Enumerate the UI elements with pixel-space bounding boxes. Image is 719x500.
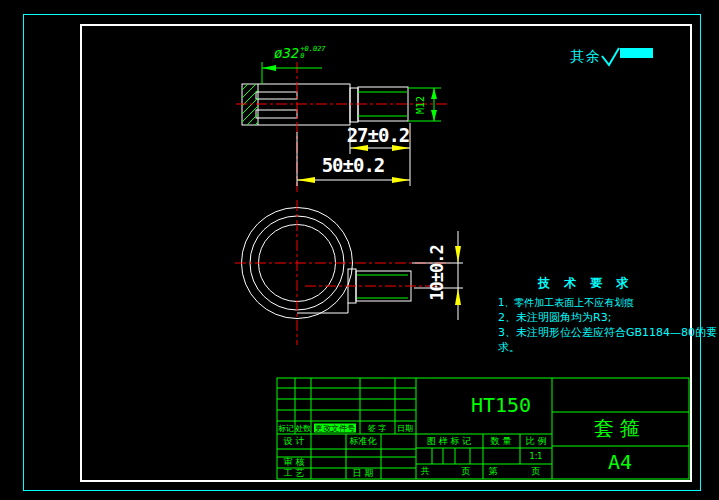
titleblock-label-drawing-mark: 图 样 标 记	[427, 437, 472, 446]
titleblock-label-date2: 日 期	[353, 469, 374, 478]
titleblock-label-page2: 页	[532, 467, 541, 476]
titleblock-label-process: 工 艺	[284, 469, 305, 478]
titleblock-label-date: 日期	[397, 424, 413, 433]
titleblock-label-total: 共	[421, 467, 430, 476]
dia32-tol-lower: 0	[300, 53, 325, 60]
titleblock-label-mark: 标记	[278, 424, 294, 433]
titleblock-label-page: 页	[462, 467, 471, 476]
titleblock-label-scale: 比 例	[526, 437, 547, 446]
surface-note-text: 其余	[570, 48, 602, 66]
tech-requirement-item: 1、零件加工表面上不应有划痕	[498, 296, 634, 310]
titleblock-label-change-file-no: 更改文件号	[314, 424, 356, 433]
dim50-text: 50±0.2	[322, 154, 385, 176]
bottom-view-centerlines	[235, 200, 450, 345]
titleblock-label-review: 审 核	[284, 458, 305, 467]
dia32-value: ø32	[274, 46, 299, 60]
titleblock-label-design: 设 计	[284, 437, 305, 446]
dia32-dimension-text: ø32 +0.027 0	[274, 46, 326, 60]
cad-drawing-canvas: 其余 ø32 +0.027 0 M12 27±0.2 50±0.2 10±0.2…	[0, 0, 719, 500]
titleblock-label-count: 处数	[295, 424, 311, 433]
tech-requirements-title: 技 术 要 求	[538, 275, 634, 292]
titleblock-sheet-size: A4	[608, 450, 632, 474]
tech-requirement-item: 2、未注明圆角均为R3;	[498, 310, 611, 325]
titleblock-part-name: 套箍	[594, 415, 646, 442]
titleblock-scale-value: 1:1	[530, 452, 543, 461]
titleblock-label-sheet: 第	[489, 467, 498, 476]
dia32-dimension-lines	[262, 62, 322, 84]
titleblock-label-signature: 签 字	[368, 424, 387, 433]
tech-requirement-item: 3、未注明形位公差应符合GB1184—80的要求。	[498, 325, 719, 355]
roughness-icon	[602, 48, 653, 65]
titleblock-label-quantity: 数 量	[491, 437, 512, 446]
titleblock-material: HT150	[471, 393, 531, 417]
dim10-text: 10±0.2	[427, 245, 447, 300]
dim27-text: 27±0.2	[347, 124, 410, 146]
titleblock-label-standardization: 标准化	[350, 437, 377, 446]
m12-dimension-text: M12	[415, 96, 426, 114]
